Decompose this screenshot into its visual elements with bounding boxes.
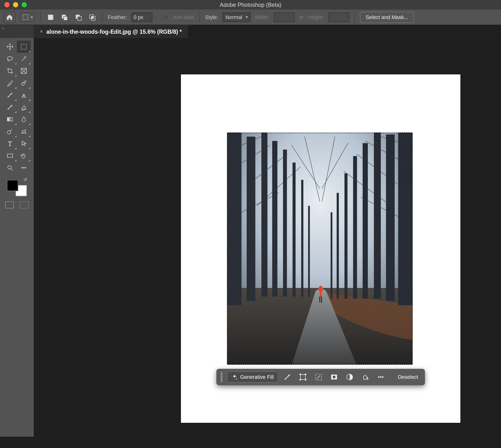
standard-mode-button[interactable]	[5, 201, 14, 208]
width-input	[274, 12, 295, 22]
eyedropper-tool[interactable]	[3, 77, 17, 89]
color-swatches[interactable]: ↺	[7, 177, 27, 196]
hand-tool[interactable]	[17, 150, 31, 162]
document-tab-label: alone-in-the-woods-fog-Edit.jpg @ 15.6% …	[46, 28, 182, 35]
svg-rect-3	[64, 16, 67, 20]
window-controls	[0, 2, 27, 7]
add-to-selection-button[interactable]	[60, 12, 69, 22]
svg-point-51	[378, 376, 380, 378]
svg-rect-45	[300, 379, 301, 381]
sparkle-icon	[232, 374, 237, 380]
move-tool[interactable]	[3, 41, 17, 53]
svg-rect-41	[227, 132, 413, 365]
dodge-tool[interactable]	[3, 125, 17, 138]
chevron-down-icon: ▾	[31, 15, 33, 19]
crop-tool[interactable]	[3, 65, 17, 77]
svg-point-17	[23, 167, 24, 168]
close-tab-icon[interactable]: ×	[40, 29, 43, 35]
current-tool-preset[interactable]: ▾	[20, 12, 35, 22]
titlebar: Adobe Photoshop (Beta)	[0, 0, 501, 10]
intersect-selection-button[interactable]	[87, 12, 97, 22]
svg-rect-1	[48, 15, 53, 19]
document-tab-bar: ‹‹ × alone-in-the-woods-fog-Edit.jpg @ 1…	[0, 25, 501, 38]
swap-dimensions-icon: ⇄	[299, 14, 303, 20]
panel-collapse-handle[interactable]: ‹‹	[0, 25, 34, 38]
brush-tool[interactable]	[3, 89, 17, 101]
svg-rect-43	[300, 374, 301, 375]
frame-tool[interactable]	[17, 65, 31, 77]
toolbox: ↺	[0, 38, 34, 437]
svg-rect-12	[7, 118, 13, 121]
fill-icon[interactable]	[359, 370, 372, 384]
svg-point-52	[380, 376, 382, 378]
history-brush-tool[interactable]	[3, 101, 17, 113]
svg-rect-9	[21, 44, 26, 49]
svg-rect-44	[305, 374, 306, 375]
create-mask-icon[interactable]	[328, 370, 341, 384]
foreground-color[interactable]	[7, 180, 18, 191]
quick-mask-button[interactable]	[20, 201, 28, 208]
magic-wand-tool[interactable]	[17, 53, 31, 65]
generative-fill-label: Generative Fill	[240, 374, 274, 380]
path-selection-tool[interactable]	[17, 138, 31, 150]
drag-handle-icon[interactable]	[221, 372, 222, 382]
svg-rect-46	[305, 379, 306, 381]
close-window-button[interactable]	[4, 2, 10, 7]
height-input	[328, 12, 349, 22]
svg-rect-0	[23, 15, 28, 19]
style-label: Style:	[205, 14, 218, 20]
svg-point-53	[382, 376, 384, 378]
deselect-button[interactable]: Deselect	[395, 372, 421, 382]
svg-rect-5	[78, 16, 82, 20]
svg-point-16	[21, 167, 23, 168]
eraser-tool[interactable]	[17, 101, 31, 113]
brush-select-icon[interactable]	[281, 370, 294, 384]
style-value: Normal	[226, 14, 242, 20]
feather-input[interactable]	[131, 12, 152, 22]
antialias-label: Anti-alias	[173, 14, 194, 20]
minimize-window-button[interactable]	[13, 2, 18, 7]
select-and-mask-button[interactable]: Select and Mask...	[360, 12, 414, 23]
width-label: Width:	[255, 14, 269, 20]
height-label: Height:	[307, 14, 324, 20]
style-select[interactable]: Normal	[222, 12, 250, 22]
image-layer	[227, 132, 413, 365]
blur-tool[interactable]	[17, 113, 31, 125]
new-selection-button[interactable]	[46, 12, 55, 22]
type-tool[interactable]	[3, 138, 17, 150]
healing-tool[interactable]	[17, 77, 31, 89]
adjustment-icon[interactable]	[343, 370, 356, 384]
lasso-tool[interactable]	[3, 53, 17, 65]
pen-tool[interactable]	[17, 125, 31, 138]
rectangle-shape-tool[interactable]	[3, 150, 17, 162]
zoom-window-button[interactable]	[21, 2, 27, 7]
feather-label: Feather:	[108, 14, 127, 20]
canvas-area[interactable]: Generative Fill Deselect	[34, 38, 501, 437]
svg-rect-42	[301, 375, 305, 380]
transform-selection-icon[interactable]	[297, 370, 309, 384]
generative-fill-button[interactable]: Generative Fill	[227, 371, 278, 383]
app-title: Adobe Photoshop (Beta)	[0, 1, 501, 8]
document-tab[interactable]: × alone-in-the-woods-fog-Edit.jpg @ 15.6…	[34, 25, 188, 38]
svg-point-49	[333, 376, 336, 379]
zoom-tool[interactable]	[3, 162, 17, 174]
modify-selection-icon[interactable]	[312, 370, 325, 384]
svg-point-15	[8, 166, 11, 169]
svg-point-18	[25, 167, 26, 168]
edit-toolbar-button[interactable]	[17, 162, 31, 174]
home-button[interactable]	[3, 11, 16, 23]
rect-marquee-tool[interactable]	[17, 41, 31, 53]
subtract-from-selection-button[interactable]	[74, 12, 83, 22]
swap-colors-icon[interactable]: ↺	[23, 177, 27, 182]
svg-rect-14	[7, 154, 13, 157]
gradient-tool[interactable]	[3, 113, 17, 125]
clone-stamp-tool[interactable]	[17, 89, 31, 101]
options-bar: ▾ Feather: Anti-alias Style: Normal Widt…	[0, 10, 501, 25]
contextual-taskbar[interactable]: Generative Fill Deselect	[217, 369, 425, 385]
svg-point-13	[7, 130, 11, 134]
svg-rect-8	[91, 16, 93, 18]
more-options-icon[interactable]	[375, 370, 387, 384]
antialias-checkbox	[163, 15, 168, 19]
